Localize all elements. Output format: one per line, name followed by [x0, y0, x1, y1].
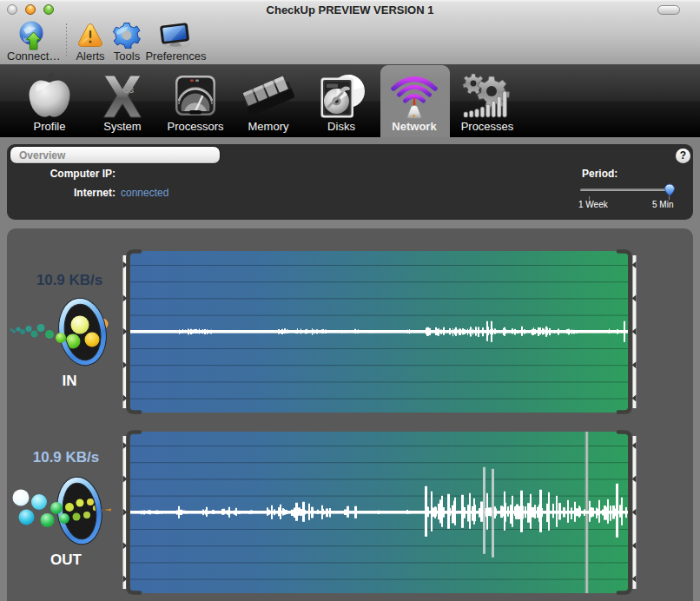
svg-text:OS: OS	[123, 86, 135, 95]
